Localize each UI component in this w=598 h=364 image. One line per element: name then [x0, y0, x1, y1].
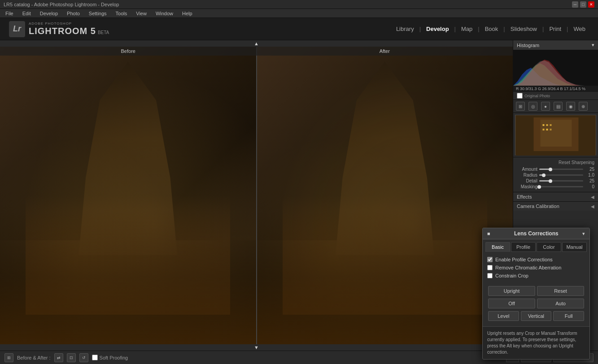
- enable-profile-label: Enable Profile Corrections: [495, 257, 553, 262]
- masking-thumb[interactable]: [537, 185, 541, 189]
- lens-tab-basic[interactable]: Basic: [485, 242, 510, 252]
- detail-section: [513, 113, 598, 157]
- level-button[interactable]: Level: [488, 311, 519, 321]
- minimize-button[interactable]: ─: [572, 1, 578, 8]
- svg-rect-7: [546, 129, 548, 130]
- upright-section: Upright Reset Off Auto Level Vertical Fu…: [483, 283, 589, 326]
- title-bar: LR5 catalog - Adobe Photoshop Lightroom …: [0, 0, 598, 9]
- lightroom-label: LIGHTROOM 5: [29, 26, 96, 36]
- tool-icons-row: ⊞ ◎ ● ▤ ◉ ⊕: [513, 100, 598, 113]
- full-button[interactable]: Full: [553, 311, 584, 321]
- masking-track[interactable]: [539, 186, 583, 187]
- swap-icon[interactable]: ⇄: [54, 353, 63, 362]
- effects-panel-row[interactable]: Effects ◀: [513, 192, 598, 201]
- menu-view[interactable]: View: [134, 10, 148, 17]
- constrain-crop-checkbox[interactable]: [487, 273, 493, 278]
- svg-rect-5: [550, 124, 552, 126]
- radius-label: Radius: [517, 173, 539, 178]
- photos-container: [0, 47, 513, 344]
- radius-thumb[interactable]: [542, 173, 546, 177]
- adjustment-brush-icon[interactable]: ⊕: [579, 102, 588, 111]
- nav-web[interactable]: Web: [570, 24, 589, 34]
- menu-edit[interactable]: Edit: [21, 10, 33, 17]
- main-area: ▲ Before After: [0, 40, 598, 351]
- menu-photo[interactable]: Photo: [65, 10, 82, 17]
- original-photo-checkbox-row[interactable]: Original Photo: [517, 93, 594, 99]
- lens-tab-manual[interactable]: Manual: [562, 242, 587, 252]
- amount-track[interactable]: [539, 169, 583, 170]
- svg-rect-2: [541, 120, 572, 147]
- vertical-button[interactable]: Vertical: [521, 311, 552, 321]
- soft-proofing-checkbox[interactable]: [92, 355, 98, 360]
- nav-develop[interactable]: Develop: [423, 24, 453, 34]
- reset-icon[interactable]: ↺: [79, 353, 88, 362]
- menu-help[interactable]: Help: [180, 10, 194, 17]
- menu-settings[interactable]: Settings: [87, 10, 109, 17]
- nav-book[interactable]: Book: [481, 24, 502, 34]
- scroll-down-arrow[interactable]: ▼: [0, 344, 513, 351]
- histogram-values: R 30.9/31.3 G 26.9/26.4 B 17.1/14.5 %: [513, 86, 598, 92]
- scroll-up-arrow[interactable]: ▲: [0, 40, 513, 47]
- close-button[interactable]: ✕: [588, 1, 594, 8]
- redeye-icon[interactable]: ●: [541, 102, 550, 111]
- enable-profile-checkbox[interactable]: [487, 257, 493, 262]
- radial-filter-icon[interactable]: ◉: [566, 102, 575, 111]
- detail-track[interactable]: [539, 180, 583, 182]
- histogram-collapse-icon: ▾: [592, 42, 594, 48]
- original-photo-checkbox[interactable]: [517, 93, 523, 99]
- menu-window[interactable]: Window: [154, 10, 175, 17]
- constrain-crop-row[interactable]: Constrain Crop: [487, 272, 585, 280]
- menu-tools[interactable]: Tools: [114, 10, 129, 17]
- radius-track[interactable]: [539, 174, 583, 176]
- svg-rect-6: [543, 129, 545, 130]
- logo-text: ADOBE PHOTOSHOP LIGHTROOM 5 BETA: [29, 22, 109, 37]
- histogram-canvas: [513, 50, 598, 86]
- enable-profile-row[interactable]: Enable Profile Corrections: [487, 256, 585, 264]
- app-logo: Lr ADOBE PHOTOSHOP LIGHTROOM 5 BETA: [9, 21, 109, 37]
- before-after-label: Before & After :: [17, 355, 51, 360]
- amount-value: 25: [583, 167, 594, 172]
- auto-button[interactable]: Auto: [537, 299, 584, 308]
- remove-ca-checkbox[interactable]: [487, 265, 493, 270]
- reset-sharpening-button[interactable]: Reset Sharpening: [517, 159, 594, 166]
- remove-ca-row[interactable]: Remove Chromatic Aberration: [487, 264, 585, 272]
- svg-rect-3: [543, 124, 545, 126]
- camera-cal-panel-row[interactable]: Camera Calibration ◀: [513, 201, 598, 211]
- soft-proofing-label: Soft Proofing: [100, 355, 128, 360]
- masking-slider-row: Masking 0: [517, 184, 594, 189]
- upright-button[interactable]: Upright: [488, 286, 535, 296]
- before-photo: [0, 47, 256, 344]
- lens-panel-header[interactable]: ■ Lens Corrections ▾: [483, 228, 589, 239]
- off-button[interactable]: Off: [488, 299, 535, 308]
- window-controls: ─ □ ✕: [572, 1, 594, 8]
- histogram-header[interactable]: Histogram ▾: [513, 40, 598, 50]
- camera-cal-arrow-icon: ◀: [591, 204, 594, 209]
- graduated-filter-icon[interactable]: ▤: [554, 102, 563, 111]
- maximize-button[interactable]: □: [580, 1, 586, 8]
- lens-collapse-icon: ■: [487, 231, 490, 236]
- soft-proofing-row: Soft Proofing: [92, 355, 128, 360]
- lens-panel-expand-icon: ▾: [582, 231, 585, 237]
- detail-thumb[interactable]: [549, 179, 552, 183]
- amount-thumb[interactable]: [549, 168, 552, 171]
- detail-thumbnail: [515, 115, 596, 155]
- copy-icon[interactable]: ⊡: [67, 353, 76, 362]
- reset-button[interactable]: Reset: [537, 286, 584, 296]
- view-mode-icon[interactable]: ⊞: [4, 353, 13, 362]
- adobe-label: ADOBE PHOTOSHOP: [29, 22, 109, 26]
- spot-heal-icon[interactable]: ◎: [528, 102, 537, 111]
- lens-body: Enable Profile Corrections Remove Chroma…: [483, 252, 589, 283]
- crop-tool-icon[interactable]: ⊞: [516, 102, 525, 111]
- lens-panel-title: Lens Corrections: [514, 230, 559, 237]
- amount-slider-row: Amount 25: [517, 167, 594, 172]
- nav-map[interactable]: Map: [458, 24, 476, 34]
- menu-develop[interactable]: Develop: [38, 10, 60, 17]
- menu-file[interactable]: File: [4, 10, 15, 17]
- effects-label: Effects: [517, 194, 532, 199]
- lens-tab-profile[interactable]: Profile: [511, 242, 536, 252]
- nav-library[interactable]: Library: [393, 24, 418, 34]
- sharpening-section: Reset Sharpening Amount 25 Radius 1.0: [513, 157, 598, 192]
- nav-print[interactable]: Print: [546, 24, 565, 34]
- lens-tab-color[interactable]: Color: [537, 242, 561, 252]
- nav-slideshow[interactable]: Slideshow: [507, 24, 541, 34]
